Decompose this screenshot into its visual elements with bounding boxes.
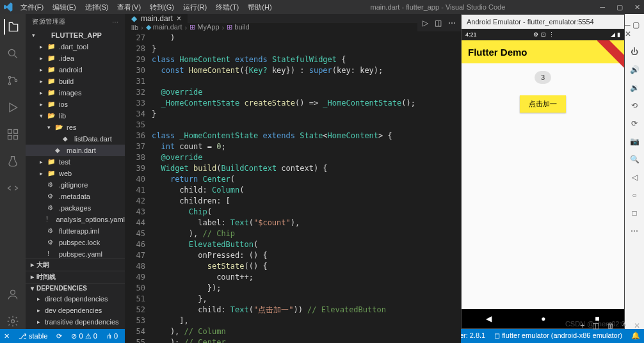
tab-title: main.dart [141,14,173,23]
gear-icon: ⚙ [533,31,538,38]
app-title: Flutter Demo [468,47,527,58]
tree-item[interactable]: ▸📁ios [26,99,125,110]
maximize-icon[interactable]: ▢ [616,3,623,12]
tree-item[interactable]: ▾📂res [26,122,125,133]
home-icon[interactable]: ○ [632,191,636,200]
menu-item[interactable]: 查看(V) [113,1,145,13]
tree-item[interactable]: ⚙.gitignore [26,179,125,191]
tree-item[interactable]: ▸📁.dart_tool [26,41,125,52]
more-emu-icon[interactable]: ⋯ [631,227,638,235]
camera-icon[interactable]: 📷 [630,137,640,146]
tab-close-icon[interactable]: × [177,14,181,23]
status-item[interactable]: ⟳ [56,332,62,340]
file-tree: ▾FLUTTER_APP▸📁.dart_tool▸📁.idea▸📁android… [26,29,125,259]
tree-item[interactable]: ▾📂lib [26,110,125,122]
svg-point-1 [8,76,10,78]
window-title: main.dart - flutter_app - Visual Studio … [276,3,600,11]
emulator-toolbar: ─ ▢ ✕ ⏻ 🔊 🔉 ⟲ ⟳ 📷 🔍 ◁ ○ □ ⋯ [625,14,644,329]
tree-item[interactable]: !pubspec.yaml [26,248,125,259]
code-editor[interactable]: ) } class HomeContent extends StatefulWi… [152,31,461,343]
nav-home-icon[interactable]: ● [541,314,545,323]
menu-item[interactable]: 转到(G) [146,1,178,13]
counter-chip: 3 [535,71,551,84]
tree-item[interactable]: ▸transitive dependencies [26,316,125,328]
volume-up-icon[interactable]: 🔊 [630,65,640,74]
tree-item[interactable]: ⚙flutterapp.iml [26,225,125,237]
android-emulator: Android Emulator - flutter_emulator:5554… [461,14,625,329]
min-icon[interactable]: ─ ▢ ✕ [625,20,641,38]
source-control-icon[interactable] [5,73,20,88]
editor-tabs: ◆ main.dart × [125,14,461,23]
tree-item[interactable]: ▸📁.idea [26,52,125,64]
tree-item[interactable]: ◆listData.dart [26,133,125,145]
minimize-icon[interactable]: ─ [600,3,605,12]
settings-gear-icon[interactable] [5,314,20,329]
rotate-right-icon[interactable]: ⟳ [631,119,638,128]
tree-item[interactable]: ▸📁build [26,76,125,87]
breadcrumb[interactable]: lib›◆ main.dart›⊞ MyApp›⊞ build [125,23,461,31]
menu-bar: 文件(F)编辑(E)选择(S)查看(V)转到(G)运行(R)终端(T)帮助(H) [17,1,276,13]
status-item[interactable]: ⎇ stable [19,332,47,340]
tree-item[interactable]: ▸📁android [26,64,125,76]
explorer-icon[interactable] [4,19,20,35]
svg-point-0 [8,49,15,56]
tree-item[interactable]: ⚙.metadata [26,191,125,202]
back-icon[interactable]: ◁ [632,173,638,182]
search-icon[interactable] [5,46,20,61]
split-icon[interactable]: ◫ [435,19,442,28]
vscode-logo-icon [4,3,13,12]
tree-item[interactable]: ▸dev dependencies [26,305,125,316]
run-debug-icon[interactable] [5,100,20,115]
more-icon[interactable]: ⋯ [112,19,119,26]
sidebar-section[interactable]: ▸时间线 [26,271,125,283]
svg-rect-4 [8,130,12,134]
increment-button[interactable]: 点击加一 [520,95,566,113]
status-item[interactable]: 🔔 [631,331,640,341]
close-icon[interactable]: ✕ [634,3,640,12]
tree-item[interactable]: !analysis_options.yaml [26,214,125,225]
remote-icon[interactable] [5,180,20,196]
extensions-icon[interactable] [5,127,20,142]
status-item[interactable]: ⋔ 0 [106,332,118,340]
more-actions-icon[interactable]: ⋯ [448,19,456,28]
account-icon[interactable] [5,287,20,302]
svg-rect-7 [14,136,18,140]
editor-tab-main[interactable]: ◆ main.dart × [125,14,188,23]
rotate-left-icon[interactable]: ⟲ [631,101,638,110]
overview-icon[interactable]: □ [632,209,636,218]
tree-item[interactable]: ⚙.packages [26,202,125,214]
run-icon[interactable]: ▷ [423,19,428,28]
tree-item[interactable]: ⚙pubspec.lock [26,237,125,248]
tree-item[interactable]: ▾FLUTTER_APP [26,29,125,41]
tree-item[interactable]: ◆main.dart [26,145,125,156]
test-icon[interactable] [5,154,20,169]
status-item[interactable]: ⊘ 0 ⚠ 0 [71,332,97,340]
nav-back-icon[interactable]: ◀ [486,314,492,323]
activity-bar [0,14,26,329]
status-item[interactable]: ◻ flutter emulator (android-x86 emulator… [494,331,622,341]
menu-item[interactable]: 终端(T) [212,1,243,13]
menu-item[interactable]: 运行(R) [179,1,211,13]
menu-item[interactable]: 帮助(H) [244,1,275,13]
power-icon[interactable]: ⏻ [631,47,638,56]
svg-point-9 [12,320,15,323]
volume-down-icon[interactable]: 🔉 [630,83,640,92]
sidebar-section[interactable]: ▾DEPENDENCIES [26,283,125,293]
sidebar-title: 资源管理器 [32,17,66,26]
sidebar-section[interactable]: ▸大纲 [26,259,125,271]
line-gutter: 2728293031323334353637383940414243444546… [125,31,152,343]
menu-item[interactable]: 编辑(E) [49,1,80,13]
menu-item[interactable]: 文件(F) [17,1,47,13]
bug-icon: ⊡ [541,31,546,38]
tree-item[interactable]: ▸📁test [26,156,125,168]
emulator-title: Android Emulator - flutter_emulator:5554 [462,15,624,29]
emu-time: 4:21 [465,31,477,38]
zoom-icon[interactable]: 🔍 [630,155,640,164]
sidebar: 资源管理器 ⋯ ▾FLUTTER_APP▸📁.dart_tool▸📁.idea▸… [26,14,125,329]
titlebar: 文件(F)编辑(E)选择(S)查看(V)转到(G)运行(R)终端(T)帮助(H)… [0,0,644,14]
tree-item[interactable]: ▸📁images [26,87,125,99]
tree-item[interactable]: ▸📁web [26,168,125,179]
status-item[interactable]: ✕ [4,332,10,340]
menu-item[interactable]: 选择(S) [81,1,113,13]
tree-item[interactable]: ▸direct dependencies [26,293,125,305]
